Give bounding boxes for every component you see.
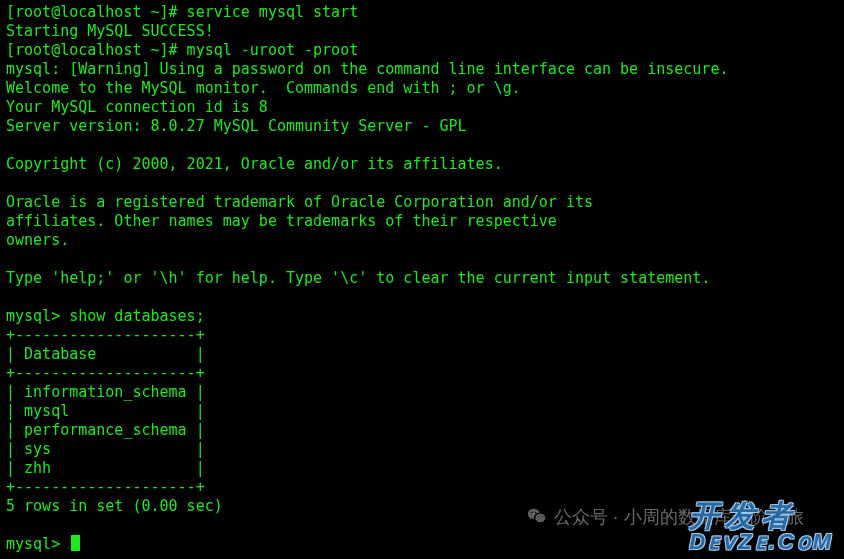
terminal-output[interactable]: [root@localhost ~]# service mysql startS… (0, 0, 844, 557)
mysql-prompt: mysql> (6, 535, 69, 553)
terminal-line: Server version: 8.0.27 MySQL Community S… (6, 117, 838, 136)
terminal-line: Your MySQL connection id is 8 (6, 98, 838, 117)
terminal-line: | mysql | (6, 402, 838, 421)
terminal-line: Starting MySQL SUCCESS! (6, 22, 838, 41)
terminal-line: owners. (6, 231, 838, 250)
terminal-line: affiliates. Other names may be trademark… (6, 212, 838, 231)
terminal-line: Type 'help;' or '\h' for help. Type '\c'… (6, 269, 838, 288)
terminal-line: +--------------------+ (6, 364, 838, 383)
terminal-line: +--------------------+ (6, 326, 838, 345)
terminal-line (6, 136, 838, 155)
terminal-prompt-line[interactable]: mysql> (6, 535, 838, 554)
terminal-line: [root@localhost ~]# mysql -uroot -proot (6, 41, 838, 60)
terminal-line: 5 rows in set (0.00 sec) (6, 497, 838, 516)
terminal-line (6, 174, 838, 193)
terminal-line (6, 250, 838, 269)
terminal-line (6, 516, 838, 535)
terminal-line: mysql> show databases; (6, 307, 838, 326)
terminal-line: Oracle is a registered trademark of Orac… (6, 193, 838, 212)
terminal-line (6, 288, 838, 307)
terminal-line: mysql: [Warning] Using a password on the… (6, 60, 838, 79)
terminal-line: | information_schema | (6, 383, 838, 402)
terminal-line: Welcome to the MySQL monitor. Commands e… (6, 79, 838, 98)
terminal-line: | performance_schema | (6, 421, 838, 440)
terminal-line: Copyright (c) 2000, 2021, Oracle and/or … (6, 155, 838, 174)
terminal-line: | sys | (6, 440, 838, 459)
cursor (71, 535, 80, 551)
terminal-line: | zhh | (6, 459, 838, 478)
terminal-line: +--------------------+ (6, 478, 838, 497)
terminal-line: [root@localhost ~]# service mysql start (6, 3, 838, 22)
terminal-line: | Database | (6, 345, 838, 364)
